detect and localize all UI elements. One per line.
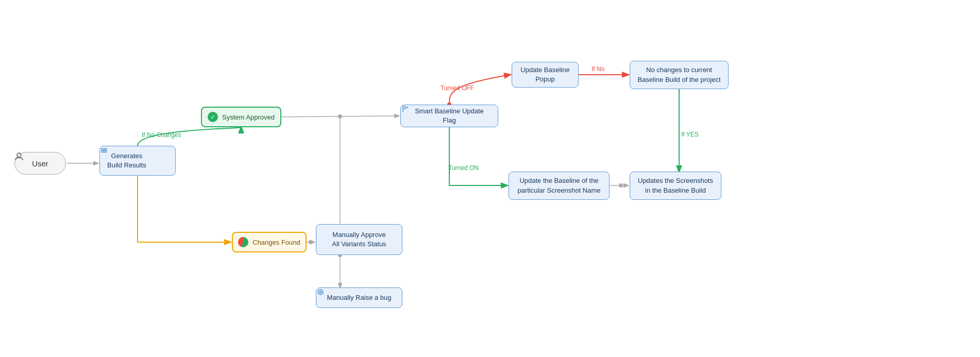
smart-baseline-node: Smart Baseline Update Flag: [400, 105, 498, 127]
generates-node: GeneratesBuild Results: [99, 146, 176, 176]
user-node: User: [14, 152, 66, 175]
svg-rect-21: [101, 150, 107, 151]
manually-approve-node: Manually ApproveAll Variants Status: [316, 224, 402, 255]
svg-rect-22: [101, 151, 107, 152]
update-baseline-popup-node: Update BaselinePopup: [512, 62, 579, 88]
svg-text:If YES: If YES: [681, 131, 699, 138]
svg-text:Turned OFF: Turned OFF: [441, 84, 474, 92]
no-changes-node: No changes to currentBaseline Build of t…: [630, 61, 729, 89]
manually-raise-node: Manually Raise a bug: [316, 287, 402, 308]
svg-text:If No: If No: [592, 65, 605, 73]
build-icon: [100, 146, 175, 175]
svg-point-18: [619, 183, 623, 188]
updates-screenshots-label: Updates the Screenshotsin the Baseline B…: [638, 176, 713, 195]
manually-approve-label: Manually ApproveAll Variants Status: [332, 230, 386, 249]
svg-point-4: [309, 240, 313, 244]
update-baseline-popup-label: Update BaselinePopup: [520, 65, 569, 84]
updates-screenshots-node: Updates the Screenshotsin the Baseline B…: [630, 172, 721, 200]
flag-icon: [401, 105, 498, 127]
diagram-container: If No Changes Turned OFF Turned ON If: [0, 0, 980, 357]
no-changes-label: No changes to currentBaseline Build of t…: [637, 65, 720, 84]
system-approved-label: System Approved: [222, 113, 275, 121]
bug-icon: [316, 288, 402, 308]
label-if-no-changes: If No Changes: [142, 131, 181, 139]
check-icon: ✓: [208, 112, 218, 122]
svg-text:Turned ON: Turned ON: [448, 164, 479, 172]
svg-point-19: [17, 153, 21, 157]
changes-found-label: Changes Found: [252, 239, 300, 246]
changes-found-node: Changes Found: [232, 232, 307, 252]
diagram-svg: If No Changes Turned OFF Turned ON If: [0, 0, 980, 357]
user-icon: [15, 152, 65, 174]
update-baseline-screenshot-node: Update the Baseline of theparticular Scr…: [509, 172, 610, 200]
changes-icon: [238, 237, 248, 247]
svg-rect-20: [101, 148, 107, 149]
update-baseline-screenshot-label: Update the Baseline of theparticular Scr…: [517, 176, 600, 195]
system-approved-node: ✓ System Approved: [201, 107, 281, 127]
